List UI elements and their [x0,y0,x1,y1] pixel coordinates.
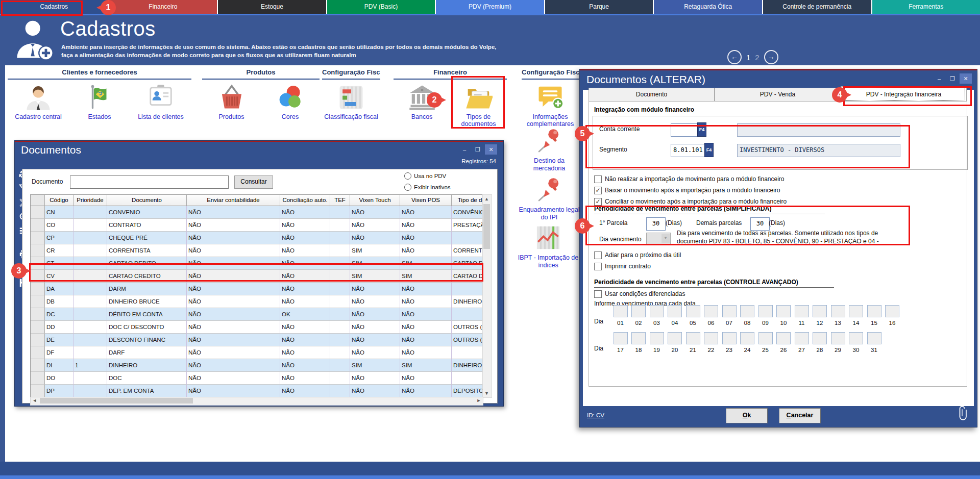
table-row-cn[interactable]: CNCONVENIONÃONÃONÃONÃOCONVÊNIO [31,206,491,219]
day-input-15[interactable] [867,305,881,317]
day-input-04[interactable] [668,305,682,317]
table-vertical-scrollbar[interactable]: ▲ ▼ [482,194,492,398]
day-input-03[interactable] [650,305,664,317]
launcher-informacoes-complementares[interactable]: Informações complementares [522,84,579,128]
day-input-17[interactable] [614,332,628,344]
table-row-dp[interactable]: DPDEP. EM CONTANÃONÃONÃONÃODEPOSITO AN [31,385,491,397]
day-input-21[interactable] [686,332,700,344]
dia-vencimento-select[interactable]: ▼ [646,233,671,245]
table-horizontal-scrollbar[interactable]: ◄ ► [30,397,483,406]
conta-corrente-f4-button[interactable]: F4 [697,122,706,137]
checkbox-icon[interactable] [594,251,602,259]
scroll-right-icon[interactable]: ► [475,397,483,404]
maximize-icon[interactable]: ❒ [946,73,959,84]
app-tab-retaguarda-otica[interactable]: Retaguarda Ótica [654,0,762,14]
table-row-do[interactable]: DODOCNÃONÃONÃONÃO [31,372,491,385]
day-input-31[interactable] [867,332,881,344]
launcher-destino-da-mercadoria[interactable]: Destino da mercadoria [518,127,581,172]
table-row-di[interactable]: DI1DINHEIRONÃONÃOSIMSIMDINHEIRO [31,359,491,372]
row-selector-stub[interactable] [31,346,45,359]
table-row-dd[interactable]: DDDOC C/ DESCONTONÃONÃONÃONÃOOUTROS (COM [31,321,491,334]
minimize-icon[interactable]: – [458,144,471,155]
table-row-de[interactable]: DEDESCONTO FINANCNÃONÃONÃONÃOOUTROS (SEM [31,334,491,346]
row-selector-stub[interactable] [31,372,45,385]
day-input-25[interactable] [758,332,773,344]
table-row-cp[interactable]: CPCHEQUE PRÉNÃONÃONÃONÃO [31,232,491,244]
row-selector-stub[interactable] [31,257,45,270]
pager-page-2[interactable]: 2 [755,53,759,62]
launcher-tipos-de-documentos[interactable]: Tipos de documentos [450,84,507,128]
checkbox-baixar-o-movimento-apos-a-importacao-para-o-modulo-financeiro[interactable]: ✓Baixar o movimento após a importação pa… [594,186,780,194]
row-selector-stub[interactable] [31,385,45,397]
checkbox-imprimir-contrato[interactable]: Imprimir contrato [594,262,651,270]
record-id-link[interactable]: ID: CV [587,412,604,418]
column-header[interactable]: Conciliação auto. [280,195,330,206]
column-header[interactable]: TEF [330,195,350,206]
day-input-12[interactable] [813,305,827,317]
app-tab-financeiro[interactable]: Financeiro [109,0,217,14]
column-header[interactable]: Código [45,195,74,206]
day-input-19[interactable] [650,332,664,344]
scroll-left-icon[interactable]: ◄ [31,397,39,404]
checkbox-icon[interactable] [594,263,602,270]
pager-prev-icon[interactable]: ← [727,50,742,64]
day-input-10[interactable] [776,305,791,317]
pager-page-1[interactable]: 1 [746,53,750,62]
app-tab-pdv-premium[interactable]: PDV (Premium) [436,0,544,14]
checkbox-adiar-para-o-proximo-dia-util[interactable]: Adiar para o próximo dia útil [594,251,681,259]
pager-next-icon[interactable]: → [764,50,778,64]
column-header[interactable]: Prioridade [74,195,107,206]
close-icon[interactable]: ✕ [485,144,497,155]
column-header[interactable]: Vixen Touch [350,195,400,206]
day-input-23[interactable] [722,332,737,344]
day-input-16[interactable] [885,305,899,317]
day-input-06[interactable] [704,305,718,317]
checkbox-icon[interactable]: ✓ [594,198,602,206]
launcher-cores[interactable]: Cores [261,84,320,120]
cancelar-button[interactable]: Cancelar [779,408,821,423]
dialog-tab-pdv-integracao-financeira[interactable]: PDV - Integração financeira [841,86,967,103]
scroll-down-icon[interactable]: ▼ [483,389,491,397]
dialog-tab-pdv-venda[interactable]: PDV - Venda [715,88,841,103]
row-selector-stub[interactable] [31,270,45,283]
day-input-05[interactable] [686,305,700,317]
launcher-cadastro-central[interactable]: Cadastro central [8,84,68,120]
day-input-18[interactable] [631,332,646,344]
radio-usa-no-pdv[interactable]: Usa no PDV [404,172,446,180]
segmento-input[interactable]: 8.01.101 [671,144,707,157]
row-selector-stub[interactable] [31,359,45,372]
scroll-up-icon[interactable]: ▲ [483,195,491,203]
app-tab-pdv-basic[interactable]: PDV (Basic) [327,0,435,14]
checkbox-icon[interactable] [594,290,602,298]
launcher-ibpt-importacao-de-indices[interactable]: IBPT - Importação de índices [517,223,580,269]
consultar-button[interactable]: Consultar [234,175,273,189]
day-input-08[interactable] [740,305,754,317]
scrollbar-thumb[interactable] [40,398,193,404]
column-header[interactable]: Enviar contabilidade [187,195,280,206]
row-selector-stub[interactable] [31,321,45,334]
table-row-df[interactable]: DFDARFNÃONÃONÃONÃO [31,346,491,359]
day-input-30[interactable] [849,332,863,344]
launcher-lista-de-clientes[interactable]: Lista de clientes [131,84,191,120]
day-input-22[interactable] [704,332,718,344]
day-input-20[interactable] [668,332,682,344]
day-input-09[interactable] [758,305,773,317]
app-tab-estoque[interactable]: Estoque [218,0,326,14]
day-input-28[interactable] [813,332,827,344]
table-row-co[interactable]: COCONTRATONÃONÃONÃONÃOPRESTAÇÃO [31,219,491,232]
search-input[interactable] [70,175,229,189]
day-input-02[interactable] [631,305,646,317]
table-row-da[interactable]: DADARMNÃONÃONÃONÃO [31,283,491,295]
paperclip-icon[interactable] [958,404,967,422]
row-selector-stub[interactable] [31,308,45,321]
parcela1-input[interactable]: 30 [646,217,666,231]
row-selector-stub[interactable] [31,195,45,206]
checkbox-nao-realizar-a-importacao-de-movimento-para-o-modulo-financeiro[interactable]: Não realizar a importação de movimento p… [594,175,785,183]
column-header[interactable]: Vixen POS [400,195,452,206]
app-tab-parque[interactable]: Parque [545,0,653,14]
day-input-01[interactable] [614,305,628,317]
checkbox-conciliar-o-movimento-apos-a-importacao-para-o-modulo-financeiro[interactable]: ✓Conciliar o movimento após a importação… [594,197,787,206]
column-header[interactable]: Documento [107,195,187,206]
day-input-27[interactable] [795,332,809,344]
table-row-db[interactable]: DBDINHEIRO BRUCENÃONÃONÃONÃODINHEIRO [31,295,491,308]
